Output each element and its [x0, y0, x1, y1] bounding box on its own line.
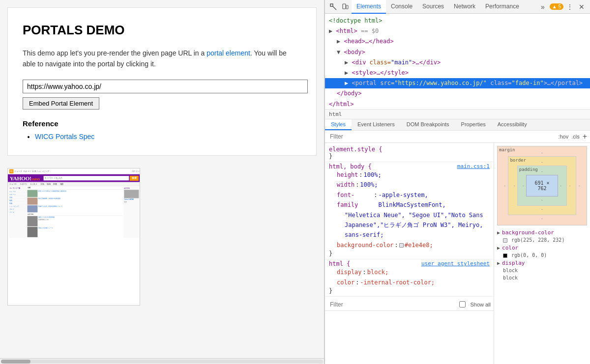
- yahoo-preview-container[interactable]: Y! ニュース スポーツ 天気 ショッピング ログイン YAHOO!JAPAN …: [7, 168, 140, 306]
- display-val-block: block: [497, 275, 587, 280]
- dom-line-portal[interactable]: ▶ <portal src="https://www.yahoo.co.jp/"…: [325, 78, 590, 88]
- css-source-main[interactable]: main.css:1: [457, 163, 490, 169]
- yahoo-header: Y! ニュース スポーツ 天気 ショッピング ログイン: [8, 168, 140, 174]
- portal-element-link[interactable]: portal element: [206, 49, 250, 57]
- svg-rect-0: [330, 4, 333, 6]
- tab-performance[interactable]: Performance: [480, 0, 524, 14]
- css-rule-element-style: element.style { }: [325, 145, 494, 162]
- inspect-icon[interactable]: [328, 1, 339, 12]
- embed-portal-button[interactable]: Embed Portal Element: [23, 97, 99, 110]
- triangle-bg[interactable]: ▶: [497, 230, 500, 235]
- devtools-split: Elements Console Sources Network Perform…: [325, 0, 590, 364]
- tab-network[interactable]: Network: [449, 0, 480, 14]
- dom-line-style[interactable]: ▶ <style>…</style>: [325, 68, 590, 78]
- css-close-element: }: [329, 153, 490, 160]
- border-right: -: [567, 166, 572, 206]
- style-arrow[interactable]: ▶: [345, 69, 348, 76]
- sub-tab-event-listeners[interactable]: Event Listeners: [352, 119, 401, 130]
- app-container: PORTALS DEMO This demo app let's you pre…: [0, 0, 590, 364]
- padding-left: -: [521, 175, 526, 196]
- border-label: border: [510, 158, 526, 163]
- triangle-display[interactable]: ▶: [497, 260, 500, 266]
- css-font-family-cont2: Japanese","ヒラギノ角ゴ ProN W3", Meiryo,: [329, 220, 490, 230]
- more-tabs[interactable]: »: [538, 3, 548, 11]
- scrollbar-thumb[interactable]: [1, 360, 30, 364]
- sub-tabs: Styles Event Listeners DOM Breakpoints P…: [325, 119, 590, 131]
- device-icon[interactable]: [340, 1, 351, 12]
- triangle-color[interactable]: ▶: [497, 245, 500, 251]
- bm-padding: padding - - 691 × 762 -: [517, 166, 567, 206]
- dom-line-div-main[interactable]: ▶ <div class="main">…</div>: [325, 57, 590, 68]
- close-icon[interactable]: ✕: [576, 1, 587, 12]
- head-arrow[interactable]: ▶: [337, 38, 340, 45]
- color-val-row: rgb(0, 0, 0): [497, 252, 587, 258]
- filter-bottom: Show all: [325, 299, 494, 311]
- bm-middle: - border - - padding -: [502, 156, 583, 215]
- svg-line-1: [333, 6, 336, 10]
- show-all-label: Show all: [470, 302, 491, 308]
- warning-badge: ▲ 5: [550, 3, 563, 10]
- prop-bg-color: ▶ background-color: [497, 229, 587, 236]
- sub-tab-properties[interactable]: Properties: [455, 119, 492, 130]
- css-source-ua: user agent stylesheet: [421, 260, 490, 267]
- scrollbar-area[interactable]: [0, 358, 324, 364]
- margin-right: -: [576, 156, 583, 215]
- settings-icon[interactable]: ⋮: [564, 1, 575, 12]
- body-tag: <body>: [344, 49, 365, 56]
- filter-hov[interactable]: :hov: [558, 134, 568, 140]
- css-selector-html: html { user agent stylesheet: [329, 260, 490, 267]
- margin-left: -: [502, 156, 508, 215]
- css-close-html: }: [329, 287, 490, 294]
- bg-color-prop-name: background-color: [502, 229, 554, 236]
- box-model-panel: margin - - border - -: [494, 143, 590, 364]
- css-rules-panel: element.style { } html, body { main.css:…: [325, 143, 494, 364]
- url-input[interactable]: [23, 80, 308, 93]
- sub-tab-accessibility[interactable]: Accessibility: [492, 119, 533, 130]
- div-tag: <div: [352, 59, 369, 66]
- color-val: rgb(0, 0, 0): [511, 252, 547, 258]
- portal-arrow[interactable]: ▶: [345, 80, 348, 86]
- css-prop-height: height: 100%;: [329, 170, 490, 180]
- bg-color-dot[interactable]: [503, 238, 507, 243]
- filter-input[interactable]: [328, 132, 555, 141]
- bm-border-mid: - padding - - 691 × 762: [511, 166, 572, 206]
- margin-label: margin: [499, 147, 515, 152]
- bg-color-val: rgb(225, 228, 232): [511, 237, 564, 243]
- html-close-tag: </html>: [329, 101, 354, 108]
- border-bottom: -: [511, 207, 572, 212]
- sub-tab-dom-breakpoints[interactable]: DOM Breakpoints: [401, 119, 455, 130]
- prop-color: ▶ color: [497, 245, 587, 251]
- tab-sources[interactable]: Sources: [417, 0, 449, 14]
- bm-content: 691 × 762: [526, 175, 558, 196]
- margin-bottom: -: [502, 216, 583, 221]
- dom-line-head[interactable]: ▶ <head>…</head>: [325, 36, 590, 47]
- css-selector-element-style: element.style {: [329, 146, 490, 153]
- dom-line-doctype: <!doctype html>: [325, 16, 590, 26]
- dom-line-body[interactable]: ▼ <body>: [325, 47, 590, 57]
- show-all-checkbox[interactable]: [459, 301, 466, 308]
- tab-console[interactable]: Console: [386, 0, 417, 14]
- filter-bottom-input[interactable]: [328, 300, 456, 309]
- sub-tab-styles[interactable]: Styles: [325, 119, 352, 130]
- browser-panel: PORTALS DEMO This demo app let's you pre…: [0, 0, 324, 364]
- html-tag: <html>: [336, 28, 357, 34]
- dollar-sign: == $0: [361, 28, 379, 34]
- tab-elements[interactable]: Elements: [352, 0, 386, 14]
- html-arrow[interactable]: ▶: [329, 28, 332, 34]
- display-val: block: [497, 268, 587, 273]
- dom-line-html[interactable]: ▶ <html> == $0: [325, 26, 590, 36]
- bg-color-val-row: rgb(225, 228, 232): [497, 237, 587, 243]
- css-rule-html: html { user agent stylesheet display: bl…: [325, 259, 494, 297]
- color-dot[interactable]: [503, 253, 507, 258]
- body-arrow[interactable]: ▼: [337, 49, 340, 56]
- reference-list: WICG Portals Spec: [23, 133, 301, 140]
- div-arrow[interactable]: ▶: [345, 59, 348, 66]
- css-prop-display: display: block;: [329, 267, 490, 277]
- wicg-portals-link[interactable]: WICG Portals Spec: [35, 133, 94, 140]
- css-prop-width: width: 100%;: [329, 180, 490, 190]
- filter-plus[interactable]: +: [583, 133, 587, 140]
- bm-outer: margin - - border - -: [497, 146, 587, 225]
- bg-color-swatch[interactable]: [399, 243, 404, 248]
- filter-cls[interactable]: .cls: [571, 134, 580, 140]
- description-start: This demo app let's you pre-render the g…: [23, 49, 206, 57]
